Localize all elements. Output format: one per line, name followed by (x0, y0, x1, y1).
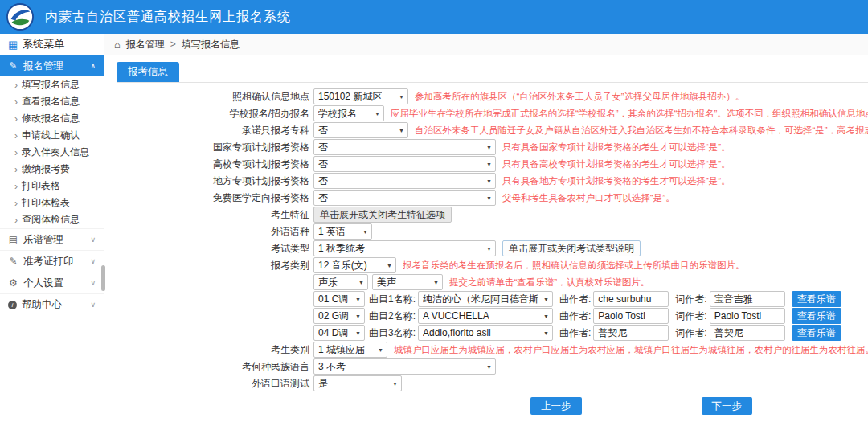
chevron-down-icon: ∨ (90, 236, 96, 244)
ethnic-language-exam-label: 考何种民族语言 (117, 360, 313, 374)
sidebar-item-view-info[interactable]: › 查看报名信息 (0, 93, 104, 110)
home-icon: ⌂ (114, 39, 121, 51)
breadcrumb-section[interactable]: 报名管理 (126, 38, 165, 51)
sidebar-item-accompanist[interactable]: › 录入伴奏人信息 (0, 144, 104, 161)
chevron-down-icon: ▼ (486, 364, 492, 370)
university-special-select[interactable]: 否 ▼ (313, 156, 496, 172)
apply-category-select[interactable]: 12 音乐(文) ▼ (313, 257, 396, 273)
row-national-special: 国家专项计划报考资格 否 ▼ 只有具备国家专项计划报考资格的考生才可以选择“是”… (117, 139, 868, 155)
song-2-lyricist-input[interactable] (710, 308, 785, 324)
sidebar-item-view-medical[interactable]: › 查阅体检信息 (0, 211, 104, 228)
only-college-select[interactable]: 否 ▼ (313, 122, 408, 138)
row-exam-type: 考试类型 1 秋季统考 ▼ 单击展开或关闭考试类型说明 (117, 240, 868, 256)
song-1-composer-input[interactable] (593, 291, 669, 307)
row-photo-location: 照相确认信息地点 150102 新城区 ▼ 参加高考所在的旗县区（“自治区外来务… (117, 88, 868, 104)
sidebar-group-help-center[interactable]: i 帮助中心 ∨ (0, 293, 104, 315)
chevron-down-icon: ▼ (399, 94, 404, 100)
registration-form: 照相确认信息地点 150102 新城区 ▼ 参加高考所在的旗县区（“自治区外来务… (117, 83, 868, 415)
previous-step-button[interactable]: 上一步 (530, 397, 582, 415)
song-3-name-select[interactable]: Addio,fiorito asil ▼ (418, 325, 553, 341)
foreign-language-select[interactable]: 1 英语 ▼ (313, 223, 372, 240)
song-1-composer-label: 曲作者: (559, 293, 591, 306)
song-2-composer-label: 曲作者: (559, 309, 591, 323)
sidebar-item-pay-fee[interactable]: › 缴纳报考费 (0, 161, 104, 178)
song-1-key-select[interactable]: 01 C调 ▼ (313, 291, 365, 307)
sidebar-group-print-ticket[interactable]: ✎ 准考证打印 ∨ (0, 250, 104, 272)
row-oral-test: 外语口语测试 是 ▼ (117, 375, 868, 391)
music-major-select[interactable]: 声乐 ▼ (313, 274, 368, 290)
chevron-down-icon: ∨ (90, 301, 96, 309)
national-special-select[interactable]: 否 ▼ (313, 139, 496, 155)
song-3-lyricist-input[interactable] (710, 325, 785, 341)
tab-bar: 报考信息 (117, 62, 868, 83)
exam-type-select[interactable]: 1 秋季统考 ▼ (313, 240, 496, 256)
sidebar-item-label: 打印表格 (22, 179, 60, 193)
sidebar-group-personal-settings[interactable]: ⚙ 个人设置 ∨ (0, 272, 104, 293)
sidebar-group-baoming-guanli[interactable]: ✎ 报名管理 ∧ (0, 55, 104, 76)
sidebar-group-score-manage[interactable]: ▤ 乐谱管理 ∨ (0, 228, 104, 250)
chevron-down-icon: ▼ (486, 195, 492, 201)
foreign-language-label: 外语语种 (117, 225, 313, 239)
chevron-down-icon: ▼ (486, 246, 492, 252)
song-1-name-select[interactable]: 纯洁的心（米尼阿日德音斯 ▼ (418, 291, 553, 307)
sidebar-item-edit-info[interactable]: › 修改报名信息 (0, 110, 104, 127)
form-navigation: 上一步 下一步 (117, 397, 868, 415)
app-header: 内蒙古自治区普通高校招生网上报名系统 (0, 0, 868, 34)
song-1-lyricist-input[interactable] (710, 291, 785, 307)
row-candidate-features: 考生特征 单击展开或关闭考生特征选项 (117, 207, 868, 223)
chevron-down-icon: ▼ (399, 128, 404, 133)
candidate-features-label: 考生特征 (117, 208, 313, 222)
row-song-2: 02 G调 ▼ 曲目2名称: A VUCCHELLA ▼ 曲作者: 词作者: 查… (117, 308, 868, 324)
chevron-down-icon: ▼ (543, 313, 549, 319)
candidate-features-toggle-button[interactable]: 单击展开或关闭考生特征选项 (313, 207, 452, 223)
exam-type-toggle-button[interactable]: 单击展开或关闭考试类型说明 (502, 240, 641, 256)
sidebar-scrollbar-thumb[interactable] (101, 265, 105, 291)
sidebar-group-label: 报名管理 (23, 59, 63, 73)
sidebar-item-label: 缴纳报考费 (22, 162, 70, 176)
chevron-down-icon: ∨ (90, 279, 96, 287)
tab-baokao-info[interactable]: 报考信息 (117, 62, 179, 82)
register-channel-select[interactable]: 学校报名 ▼ (313, 105, 384, 121)
sidebar-item-print-form[interactable]: › 打印表格 (0, 178, 104, 195)
sidebar-item-fill-info[interactable]: › 填写报名信息 (0, 76, 104, 93)
sub-arrow-icon: › (14, 164, 18, 175)
photo-location-select[interactable]: 150102 新城区 ▼ (313, 88, 408, 104)
row-free-medical: 免费医学定向报考资格 否 ▼ 父母和考生具备农村户口才可以选择“是”。 (117, 190, 868, 206)
sidebar-item-online-confirm[interactable]: › 申请线上确认 (0, 127, 104, 144)
ethnic-language-exam-select[interactable]: 3 不考 ▼ (313, 358, 496, 375)
row-song-1: 01 C调 ▼ 曲目1名称: 纯洁的心（米尼阿日德音斯 ▼ 曲作者: 词作者: … (117, 291, 868, 307)
song-2-key-select[interactable]: 02 G调 ▼ (313, 308, 365, 324)
row-ethnic-language-exam: 考何种民族语言 3 不考 ▼ (117, 358, 868, 375)
oral-test-select[interactable]: 是 ▼ (313, 375, 402, 391)
chevron-down-icon: ▼ (355, 313, 361, 319)
chevron-down-icon: ▼ (486, 178, 492, 184)
row-register-channel: 学校报名/招办报名 学校报名 ▼ 应届毕业生在学校所在地完成正式报名的选择“学校… (117, 105, 868, 121)
song-2-name-select[interactable]: A VUCCHELLA ▼ (418, 308, 553, 324)
exam-type-label: 考试类型 (117, 242, 313, 256)
sidebar-group-label: 乐谱管理 (23, 233, 63, 247)
song-3-composer-input[interactable] (593, 325, 669, 341)
song-2-view-score-button[interactable]: 查看乐谱 (792, 308, 841, 324)
song-1-view-score-button[interactable]: 查看乐谱 (792, 291, 841, 307)
register-channel-hint: 应届毕业生在学校所在地完成正式报名的选择“学校报名”，其余的选择“招办报名”。选… (391, 108, 868, 120)
song-3-key-select[interactable]: 04 D调 ▼ (313, 325, 365, 341)
breadcrumb-current: 填写报名信息 (182, 38, 240, 51)
sidebar-item-print-medical[interactable]: › 打印体检表 (0, 195, 104, 211)
local-special-label: 地方专项计划报考资格 (117, 174, 313, 188)
chevron-down-icon: ▼ (358, 280, 364, 285)
sidebar-group-label: 帮助中心 (22, 298, 62, 312)
sub-arrow-icon: › (14, 198, 18, 209)
chevron-down-icon: ▼ (392, 381, 398, 387)
candidate-type-select[interactable]: 1 城镇应届 ▼ (313, 342, 387, 358)
sub-arrow-icon: › (14, 181, 18, 192)
free-medical-select[interactable]: 否 ▼ (313, 190, 496, 206)
voice-type-select[interactable]: 美声 ▼ (372, 274, 443, 290)
song-2-composer-input[interactable] (593, 308, 669, 324)
song-3-view-score-button[interactable]: 查看乐谱 (792, 325, 841, 341)
next-step-button[interactable]: 下一步 (702, 397, 753, 415)
row-music-major: 声乐 ▼ 美声 ▼ 提交之前请单击“查看乐谱”，认真核对乐谱图片。 (117, 274, 868, 290)
local-special-select[interactable]: 否 ▼ (313, 173, 496, 189)
chevron-up-icon: ∧ (90, 62, 96, 70)
row-only-college: 承诺只报考专科 否 ▼ 自治区外来务工人员随迁子女及户籍从自治区外迁入我自治区考… (117, 122, 868, 138)
sidebar-item-label: 申请线上确认 (22, 129, 80, 142)
